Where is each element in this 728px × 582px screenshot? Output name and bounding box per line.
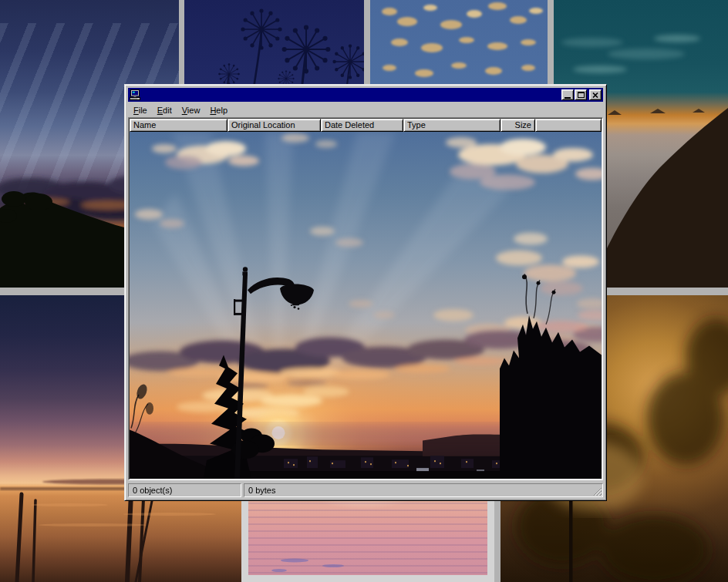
list-view-frame: Name Original Location Date Deleted Type… — [128, 117, 603, 480]
status-bar: 0 object(s) 0 bytes — [128, 482, 603, 497]
list-view[interactable] — [130, 132, 602, 479]
maximize-button[interactable] — [575, 89, 587, 100]
minimize-icon — [565, 97, 571, 99]
desktop: { "desktop": { "photos": [ "sunset-rays-… — [0, 0, 728, 582]
menu-file[interactable]: File — [133, 106, 147, 115]
column-header-name[interactable]: Name — [130, 119, 228, 132]
minimize-button[interactable] — [561, 89, 574, 100]
status-size: 0 bytes — [244, 483, 603, 497]
column-header-date-deleted[interactable]: Date Deleted — [321, 119, 403, 132]
column-header-filler[interactable] — [535, 119, 602, 132]
column-header-type[interactable]: Type — [403, 119, 501, 132]
status-objects: 0 object(s) — [128, 483, 241, 497]
close-button[interactable] — [589, 89, 602, 100]
recycle-bin-window: File Edit View Help Name Original Locati… — [124, 84, 607, 501]
column-header-row: Name Original Location Date Deleted Type… — [130, 119, 602, 132]
column-header-original-location[interactable]: Original Location — [228, 119, 321, 132]
menu-edit[interactable]: Edit — [157, 106, 172, 115]
menu-help[interactable]: Help — [210, 106, 228, 115]
maximize-icon — [578, 92, 585, 98]
computer-icon[interactable] — [130, 89, 140, 100]
title-bar[interactable] — [128, 88, 603, 102]
resize-grip[interactable] — [592, 486, 602, 496]
column-header-size[interactable]: Size — [501, 119, 535, 132]
menu-bar: File Edit View Help — [128, 103, 603, 117]
photo-sunset-streetlamp — [130, 132, 602, 479]
menu-view[interactable]: View — [182, 106, 201, 115]
close-icon — [592, 93, 598, 98]
